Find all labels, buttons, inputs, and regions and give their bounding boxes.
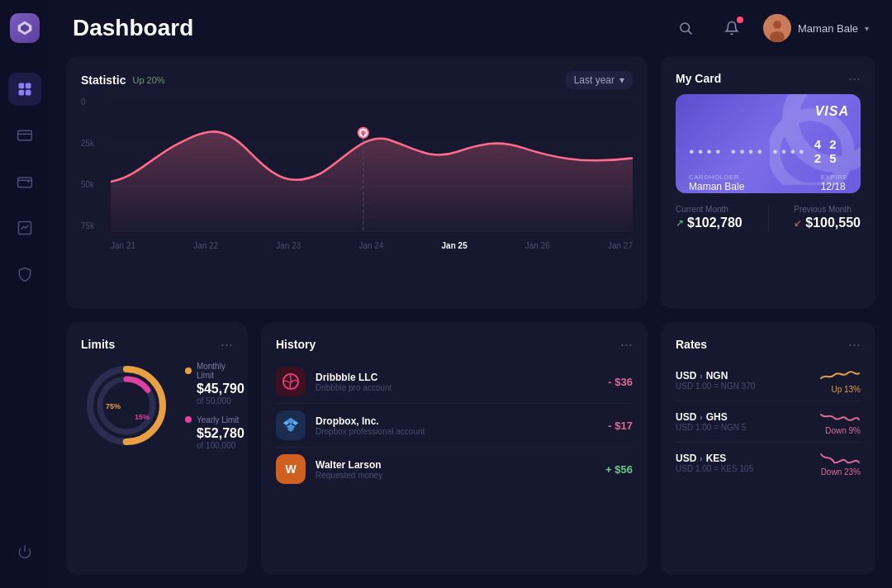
history-item-0: Dribbble LLC Dribbble pro account - $36 xyxy=(276,360,633,404)
rate-kes-change: Down 23% xyxy=(821,467,861,477)
rate-wave-ngn xyxy=(819,367,861,383)
sidebar-item-wallet[interactable] xyxy=(8,165,41,198)
dribbble-desc: Dribbble pro account xyxy=(316,383,598,392)
my-card-menu[interactable]: ··· xyxy=(848,71,861,86)
svg-rect-4 xyxy=(19,90,25,96)
walter-icon: W xyxy=(276,454,306,484)
sidebar-item-dashboard[interactable] xyxy=(8,73,41,106)
rate-usd-kes: USD › KES USD 1.00 = KES 105 Down 23% xyxy=(676,443,861,483)
svg-text:15%: 15% xyxy=(135,413,149,421)
svg-rect-2 xyxy=(19,83,25,89)
chevron-down-icon: ▾ xyxy=(865,24,869,33)
chart-svg xyxy=(111,97,633,232)
rate-arrow-icon-2: › xyxy=(700,413,702,422)
sidebar-item-analytics[interactable] xyxy=(8,211,41,244)
limits-menu[interactable]: ··· xyxy=(221,337,233,352)
walter-name: Walter Larson xyxy=(316,459,595,471)
card-brand: VISA xyxy=(815,104,849,119)
statistic-subtitle: Up 20% xyxy=(132,75,164,85)
history-item-2: W Walter Larson Requested money + $56 xyxy=(276,448,633,491)
dropbox-amount: - $17 xyxy=(608,420,633,432)
svg-rect-3 xyxy=(26,83,31,89)
previous-month-label: Previous Month xyxy=(794,205,861,214)
monthly-of: of 50,000 xyxy=(197,396,244,405)
previous-month-value: $100,550 xyxy=(805,216,861,230)
svg-rect-5 xyxy=(26,90,31,96)
rate-wave-kes xyxy=(819,449,861,466)
my-card: My Card ··· VISA ●●●● ●●●● ●●●● 4 2 2 5 xyxy=(661,56,875,309)
current-month-stat: Current Month ↗ $102,780 xyxy=(676,205,743,230)
cardholder-value: Maman Bale xyxy=(689,181,744,192)
yearly-limit: Yearly Limit $52,780 of 100,000 xyxy=(185,415,244,450)
svg-rect-6 xyxy=(18,130,32,140)
sidebar-item-shield[interactable] xyxy=(8,258,41,291)
search-icon[interactable] xyxy=(671,13,700,43)
my-card-header: My Card ··· xyxy=(676,71,861,86)
svg-point-11 xyxy=(681,23,690,32)
rate-arrow-icon: › xyxy=(700,372,702,381)
app-logo[interactable] xyxy=(10,13,40,43)
notification-icon[interactable] xyxy=(717,13,747,43)
svg-line-12 xyxy=(688,31,691,34)
chart-x-labels: Jan 21 Jan 22 Jan 23 Jan 24 Jan 25 Jan 2… xyxy=(111,241,633,250)
svg-rect-8 xyxy=(18,178,32,187)
down-arrow-icon: ↙ xyxy=(794,217,802,229)
rate-ngn-change: Up 13% xyxy=(831,385,861,394)
donut-area: 75% 15% Monthly Limit $45,790 of 50,000 xyxy=(81,360,233,451)
statistic-chart: 75k 50k 25k 0 xyxy=(81,97,633,250)
dropbox-icon xyxy=(276,410,306,440)
dropbox-desc: Dropbox professional account xyxy=(316,427,598,436)
yearly-amount: $52,780 xyxy=(197,426,244,441)
dropbox-name: Dropbox, Inc. xyxy=(316,415,598,427)
up-arrow-icon: ↗ xyxy=(676,217,684,229)
walter-desc: Requested money xyxy=(316,471,595,480)
avatar xyxy=(763,14,791,42)
rate-wave-ghs xyxy=(819,408,861,424)
user-name: Maman Bale xyxy=(798,22,858,35)
current-month-value: $102,780 xyxy=(687,216,743,230)
rates-card: Rates ··· USD › NGN USD 1.00 = NGN 370 xyxy=(661,322,875,575)
walter-info: Walter Larson Requested money xyxy=(316,459,595,480)
rate-arrow-icon-3: › xyxy=(700,454,702,463)
svg-point-14 xyxy=(773,21,781,29)
monthly-label: Monthly Limit xyxy=(197,362,244,380)
monthly-limit: Monthly Limit $45,790 of 50,000 xyxy=(185,362,244,405)
rate-usd-ngn: USD › NGN USD 1.00 = NGN 370 Up 13% xyxy=(676,360,861,401)
sidebar-item-cards[interactable] xyxy=(8,119,41,152)
donut-chart: 75% 15% xyxy=(81,360,172,451)
history-menu[interactable]: ··· xyxy=(620,337,633,352)
header: Dashboard xyxy=(50,0,892,50)
limits-header: Limits ··· xyxy=(81,337,233,352)
statistic-header: Statistic Up 20% Last year ▾ xyxy=(81,71,633,89)
chevron-down-icon: ▾ xyxy=(619,74,624,86)
credit-card: VISA ●●●● ●●●● ●●●● 4 2 2 5 Cardholder M… xyxy=(676,94,861,193)
rates-header: Rates ··· xyxy=(676,337,861,352)
rates-menu[interactable]: ··· xyxy=(848,337,861,352)
yearly-of: of 100,000 xyxy=(197,441,244,450)
history-header: History ··· xyxy=(276,337,633,352)
month-stats: Current Month ↗ $102,780 Previous Month … xyxy=(676,205,861,230)
rate-ghs-change: Down 9% xyxy=(825,426,861,435)
chart-y-labels: 75k 50k 25k 0 xyxy=(81,97,106,230)
period-selector[interactable]: Last year ▾ xyxy=(566,71,633,89)
power-button[interactable] xyxy=(8,535,41,568)
previous-month-stat: Previous Month ↙ $100,550 xyxy=(794,205,861,230)
yearly-dot xyxy=(185,416,192,423)
dribbble-info: Dribbble LLC Dribbble pro account xyxy=(316,372,598,392)
sidebar xyxy=(0,0,50,588)
statistic-card: Statistic Up 20% Last year ▾ 75k 50k 25k… xyxy=(66,56,648,309)
cardholder-label: Cardholder xyxy=(689,173,744,181)
limits-card: Limits ··· 75% xyxy=(66,322,248,575)
dribbble-amount: - $36 xyxy=(608,376,633,388)
rates-title: Rates xyxy=(676,338,707,351)
content-grid: Statistic Up 20% Last year ▾ 75k 50k 25k… xyxy=(50,50,892,588)
history-title: History xyxy=(276,338,316,351)
notification-badge xyxy=(737,17,743,23)
monthly-dot xyxy=(185,368,192,374)
dropbox-info: Dropbox, Inc. Dropbox professional accou… xyxy=(316,415,598,436)
rate-usd-ghs: USD › GHS USD 1.00 = NGN 5 Down 9% xyxy=(676,401,861,443)
dribbble-icon xyxy=(276,367,306,396)
svg-text:75%: 75% xyxy=(106,402,121,410)
user-profile[interactable]: Maman Bale ▾ xyxy=(763,14,869,42)
statistic-title: Statistic xyxy=(81,74,126,87)
